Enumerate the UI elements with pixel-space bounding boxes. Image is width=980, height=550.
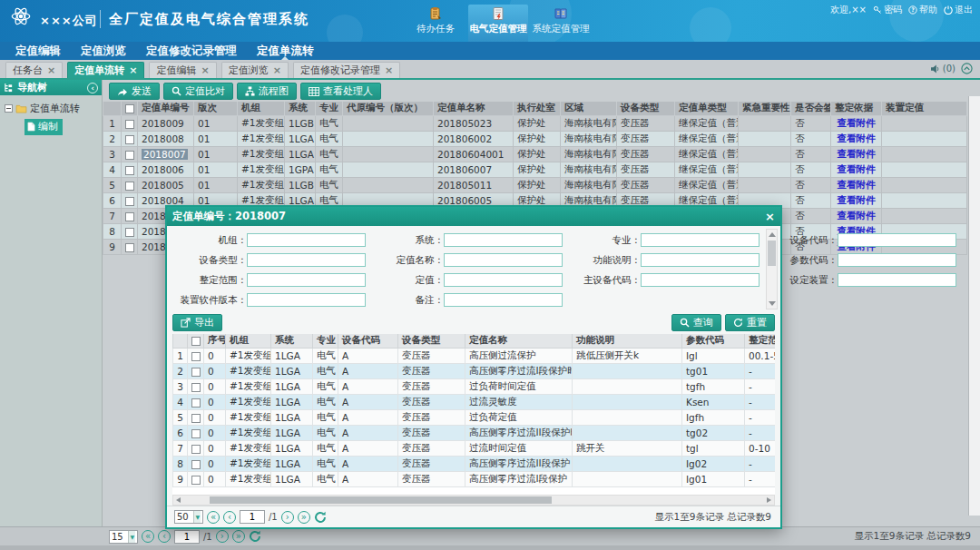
doc-tab-task-desk[interactable]: 任务台×	[5, 62, 63, 78]
row-checkbox[interactable]	[191, 368, 201, 377]
help-link[interactable]: ? 帮助	[908, 4, 937, 16]
row-checkbox[interactable]	[125, 166, 134, 175]
tree-expander-icon[interactable]	[5, 104, 13, 113]
query-button[interactable]: 查询	[671, 314, 721, 331]
page-input[interactable]	[174, 530, 200, 544]
row-checkbox[interactable]	[125, 243, 134, 252]
doc-tab-setting-browse[interactable]: 定值浏览×	[221, 62, 289, 78]
menu-setting-browse[interactable]: 定值浏览	[73, 42, 134, 60]
first-page-button[interactable]: «	[142, 530, 154, 543]
tab-electrical-setting-mgmt[interactable]: 电气定值管理	[468, 5, 528, 42]
row-checkbox[interactable]	[191, 445, 201, 454]
field-input-major[interactable]	[641, 233, 760, 247]
dialog-page-input[interactable]	[240, 510, 265, 524]
notification-sound-toggle[interactable]: (0)	[930, 64, 956, 74]
scroll-top-icon[interactable]	[961, 63, 973, 74]
table-row[interactable]: 80#1发变组1LGA电气A变压器高压侧零序过流II段保护Ig02-	[173, 456, 776, 471]
main-vertical-scrollbar[interactable]	[968, 96, 980, 516]
dialog-page-size-select[interactable]: 50▼	[174, 510, 203, 524]
field-input-remark[interactable]	[444, 293, 563, 307]
doc-tab-setting-edit[interactable]: 定值编辑×	[149, 62, 216, 78]
tab-close-icon[interactable]: ×	[273, 63, 281, 78]
scroll-up-icon[interactable]	[769, 232, 776, 237]
table-row[interactable]: 40#1发变组1LGA电气A变压器过流灵敏度Ksen-	[173, 394, 776, 409]
view-attachment-link[interactable]: 查看附件	[838, 179, 876, 190]
row-checkbox[interactable]	[191, 476, 201, 485]
tab-todo-tasks[interactable]: 待办任务	[406, 5, 466, 42]
view-attachment-link[interactable]: 查看附件	[838, 194, 876, 205]
send-button[interactable]: 发送	[109, 83, 160, 100]
menu-setting-order-flow[interactable]: 定值单流转	[249, 42, 322, 60]
next-page-button[interactable]: ›	[281, 511, 294, 524]
row-checkbox[interactable]	[125, 182, 134, 191]
view-attachment-link[interactable]: 查看附件	[838, 148, 876, 159]
select-all-checkbox[interactable]	[191, 337, 201, 346]
field-input-setting-range[interactable]	[247, 273, 366, 287]
export-button[interactable]: 导出	[172, 314, 222, 331]
view-handlers-button[interactable]: 查看处理人	[300, 83, 381, 100]
row-checkbox[interactable]	[125, 120, 134, 129]
table-row[interactable]: 10#1发变组1LGA电气A变压器高压侧过流保护跳低压侧开关kIgl00.1-5…	[173, 348, 776, 363]
tree-node-compile[interactable]: 编制	[24, 119, 63, 135]
view-attachment-link[interactable]: 查看附件	[838, 117, 876, 128]
table-row[interactable]: 4201800601#1发变组1GPA电气201806007保护处海南核电有限公…	[103, 162, 967, 177]
row-checkbox[interactable]	[125, 228, 134, 237]
refresh-icon[interactable]	[249, 530, 261, 543]
flowchart-button[interactable]: 流程图	[237, 83, 297, 100]
field-input-setting-device[interactable]	[838, 273, 956, 287]
menu-setting-edit[interactable]: 定值编辑	[7, 42, 69, 60]
view-attachment-link[interactable]: 查看附件	[838, 210, 876, 221]
tab-close-icon[interactable]: ×	[47, 63, 55, 78]
table-row[interactable]: 2201800801#1发变组1LGA电气201806002保护处海南核电有限公…	[103, 131, 967, 146]
row-checkbox[interactable]	[125, 151, 134, 160]
first-page-button[interactable]: «	[207, 511, 220, 524]
logout-link[interactable]: 退出	[944, 4, 973, 16]
tree-node-setting-order-flow[interactable]: 定值单流转	[5, 102, 102, 115]
table-row[interactable]: 5201800501#1发变组1LGB电气201805011保护处海南核电有限公…	[103, 177, 967, 192]
doc-tab-change-record-mgmt[interactable]: 定值修改记录管理×	[293, 62, 400, 78]
row-checkbox[interactable]	[125, 212, 134, 221]
refresh-icon[interactable]	[314, 511, 327, 524]
dialog-horizontal-scrollbar[interactable]	[172, 495, 775, 506]
field-input-setting-value[interactable]	[444, 273, 563, 287]
field-input-device-code[interactable]	[838, 233, 956, 247]
view-attachment-link[interactable]: 查看附件	[838, 163, 876, 174]
page-size-select[interactable]: 15▼	[109, 530, 138, 544]
row-checkbox[interactable]	[125, 135, 134, 144]
field-input-main-device-code[interactable]	[641, 273, 760, 287]
row-checkbox[interactable]	[125, 197, 134, 206]
last-page-button[interactable]: »	[298, 511, 310, 524]
row-checkbox[interactable]	[191, 429, 201, 438]
scrollbar-thumb[interactable]	[210, 496, 552, 504]
table-row[interactable]: 3201800701#1发变组1LGA电气20180604001保护处海南核电有…	[103, 146, 967, 162]
setting-compare-button[interactable]: 定值比对	[163, 83, 233, 100]
row-checkbox[interactable]	[191, 398, 201, 408]
tab-close-icon[interactable]: ×	[129, 63, 137, 78]
field-input-unit[interactable]	[247, 233, 366, 247]
row-checkbox[interactable]	[191, 460, 201, 469]
field-input-function-desc[interactable]	[641, 253, 760, 267]
prev-page-button[interactable]: ‹	[158, 530, 171, 543]
reset-button[interactable]: 重置	[725, 314, 775, 331]
menu-setting-change-record[interactable]: 定值修改记录管理	[138, 42, 245, 60]
row-checkbox[interactable]	[191, 383, 201, 392]
table-row[interactable]: 30#1发变组1LGA电气A变压器过负荷时间定值tgfh-	[173, 378, 776, 394]
row-checkbox[interactable]	[191, 352, 201, 361]
last-page-button[interactable]: »	[232, 530, 245, 543]
form-vertical-scrollbar[interactable]	[766, 229, 778, 309]
select-all-checkbox[interactable]	[125, 104, 134, 113]
table-row[interactable]: 70#1发变组1LGA电气A变压器过流时间定值跳开关tgl0-10	[173, 440, 776, 456]
tab-close-icon[interactable]: ×	[385, 63, 393, 78]
table-row[interactable]: 90#1发变组1LGA电气A变压器高压侧零序过流I段保护Ig01-	[173, 471, 776, 486]
field-input-setting-name[interactable]	[444, 253, 563, 267]
field-input-system[interactable]	[444, 233, 563, 247]
scrollbar-thumb[interactable]	[768, 241, 776, 266]
tab-system-setting-mgmt[interactable]: 系统定值管理	[531, 5, 591, 42]
dialog-close-icon[interactable]: ×	[765, 211, 775, 222]
field-input-device-type[interactable]	[247, 253, 366, 267]
doc-tab-setting-order-flow[interactable]: 定值单流转×	[67, 62, 144, 78]
field-input-param-code[interactable]	[838, 253, 956, 267]
view-attachment-link[interactable]: 查看附件	[838, 133, 876, 143]
scroll-right-icon[interactable]	[767, 497, 771, 503]
table-row[interactable]: 20#1发变组1LGA电气A变压器高压侧零序过流I段保护时间tg01-	[173, 363, 776, 378]
